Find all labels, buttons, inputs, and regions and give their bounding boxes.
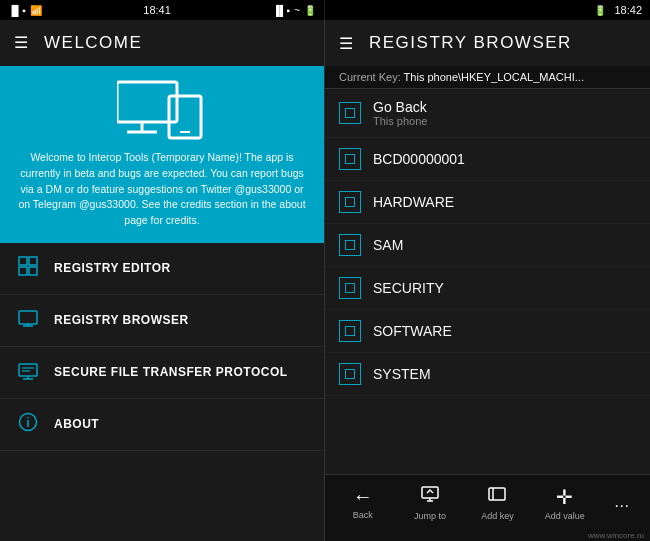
right-panel: ☰ REGISTRY BROWSER Current Key: This pho… xyxy=(325,20,650,541)
add-value-label: Add value xyxy=(545,511,585,521)
reg-folder-icon-go-back xyxy=(339,102,361,124)
registry-item-go-back[interactable]: Go Back This phone xyxy=(325,89,650,138)
jump-to-icon xyxy=(420,484,440,509)
toolbar-btn-more[interactable]: … xyxy=(610,493,634,513)
left-header: ☰ WELCOME xyxy=(0,20,324,66)
registry-item-hardware[interactable]: HARDWARE xyxy=(325,181,650,224)
reg-label-hardware: HARDWARE xyxy=(373,194,454,210)
reg-label-go-back: Go Back xyxy=(373,99,427,115)
reg-label-bcd: BCD00000001 xyxy=(373,151,465,167)
svg-rect-9 xyxy=(19,311,37,324)
back-icon: ← xyxy=(353,485,373,508)
reg-folder-icon-bcd xyxy=(339,148,361,170)
svg-rect-12 xyxy=(19,364,37,376)
battery-icon-left: 🔋 xyxy=(304,5,316,16)
status-bar-left: ▐▌▪ 📶 18:41 ▐▌▪ ~ 🔋 xyxy=(0,0,325,20)
svg-rect-6 xyxy=(29,257,37,265)
right-panel-title: REGISTRY BROWSER xyxy=(369,33,572,53)
wifi-icon-left: 📶 xyxy=(30,5,42,16)
add-key-icon xyxy=(487,484,507,509)
svg-rect-20 xyxy=(422,487,438,498)
left-panel-title: WELCOME xyxy=(44,33,142,53)
add-key-label: Add key xyxy=(481,511,514,521)
hamburger-icon-right[interactable]: ☰ xyxy=(339,34,353,53)
signal-icon-right: ▐▌▪ xyxy=(272,5,290,16)
registry-browser-label: REGISTRY BROWSER xyxy=(54,313,189,327)
registry-item-system[interactable]: SYSTEM xyxy=(325,353,650,396)
toolbar-btn-add-value[interactable]: ✛ Add value xyxy=(543,485,587,521)
sftp-label: SECURE FILE TRANSFER PROTOCOL xyxy=(54,365,288,379)
time-left: 18:41 xyxy=(143,4,171,16)
reg-label-software: SOFTWARE xyxy=(373,323,452,339)
about-icon xyxy=(16,412,40,437)
hero-monitor-icon xyxy=(117,80,207,140)
svg-rect-5 xyxy=(19,257,27,265)
reg-sublabel-go-back: This phone xyxy=(373,115,427,127)
time-right: 18:42 xyxy=(614,4,642,16)
reg-folder-icon-security xyxy=(339,277,361,299)
current-key-bar: Current Key: This phone\HKEY_LOCAL_MACHI… xyxy=(325,66,650,89)
nav-item-registry-editor[interactable]: REGISTRY EDITOR xyxy=(0,243,324,295)
registry-editor-icon xyxy=(16,256,40,281)
reg-folder-icon-software xyxy=(339,320,361,342)
hero-section: Welcome to Interop Tools (Temporary Name… xyxy=(0,66,324,243)
add-value-icon: ✛ xyxy=(556,485,573,509)
status-bar-right: 🔋 18:42 xyxy=(325,0,650,20)
registry-list: Go Back This phone BCD00000001 xyxy=(325,89,650,474)
current-key-value: This phone\HKEY_LOCAL_MACHI... xyxy=(404,71,584,83)
toolbar-btn-add-key[interactable]: Add key xyxy=(475,484,519,521)
about-label: ABOUT xyxy=(54,417,99,431)
current-key-label: Current Key: xyxy=(339,71,401,83)
registry-editor-label: REGISTRY EDITOR xyxy=(54,261,171,275)
reg-label-sam: SAM xyxy=(373,237,403,253)
svg-rect-7 xyxy=(19,267,27,275)
registry-item-sam[interactable]: SAM xyxy=(325,224,650,267)
registry-item-security[interactable]: SECURITY xyxy=(325,267,650,310)
reg-label-security: SECURITY xyxy=(373,280,444,296)
battery-icon-right: 🔋 xyxy=(594,5,606,16)
svg-rect-23 xyxy=(489,488,505,500)
svg-point-19 xyxy=(27,416,29,418)
right-header: ☰ REGISTRY BROWSER xyxy=(325,20,650,66)
left-panel: ☰ WELCOME Welcome to Interop Tools (Temp… xyxy=(0,20,325,541)
back-label: Back xyxy=(353,510,373,520)
jump-to-label: Jump to xyxy=(414,511,446,521)
bottom-toolbar: ← Back Jump to xyxy=(325,474,650,530)
nav-items: REGISTRY EDITOR REGISTRY BROWSER xyxy=(0,243,324,541)
toolbar-btn-back[interactable]: ← Back xyxy=(341,485,385,520)
watermark: www.wincore.ru xyxy=(325,530,650,541)
registry-item-bcd[interactable]: BCD00000001 xyxy=(325,138,650,181)
hamburger-icon[interactable]: ☰ xyxy=(14,35,28,51)
nav-item-registry-browser[interactable]: REGISTRY BROWSER xyxy=(0,295,324,347)
signal-icon-left: ▐▌▪ xyxy=(8,5,26,16)
reg-label-system: SYSTEM xyxy=(373,366,431,382)
nav-item-sftp[interactable]: SECURE FILE TRANSFER PROTOCOL xyxy=(0,347,324,399)
svg-rect-8 xyxy=(29,267,37,275)
nav-item-about[interactable]: ABOUT xyxy=(0,399,324,451)
more-icon: … xyxy=(614,493,631,511)
wifi-icon-right: ~ xyxy=(294,5,300,16)
registry-browser-icon xyxy=(16,308,40,333)
hero-description: Welcome to Interop Tools (Temporary Name… xyxy=(16,150,308,229)
sftp-icon xyxy=(16,360,40,385)
reg-folder-icon-system xyxy=(339,363,361,385)
reg-folder-icon-hardware xyxy=(339,191,361,213)
reg-folder-icon-sam xyxy=(339,234,361,256)
reg-text-go-back: Go Back This phone xyxy=(373,99,427,127)
toolbar-btn-jump-to[interactable]: Jump to xyxy=(408,484,452,521)
registry-item-software[interactable]: SOFTWARE xyxy=(325,310,650,353)
